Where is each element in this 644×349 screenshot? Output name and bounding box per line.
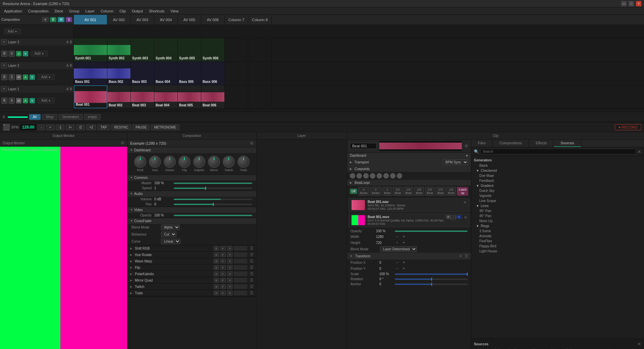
close-button[interactable]: ✕	[636, 1, 641, 6]
clip-transform-header[interactable]: ▼ Transform R ☰	[347, 253, 471, 259]
knob-flip[interactable]	[178, 156, 191, 168]
knob-distort[interactable]	[164, 156, 176, 168]
cue-dot-4[interactable]	[370, 173, 375, 179]
fx-twitch-b[interactable]: B	[214, 284, 219, 289]
clip-anchor-slider[interactable]	[395, 284, 468, 285]
synth-cell-008[interactable]	[248, 38, 272, 61]
fx-wave-warp-b[interactable]: B	[214, 259, 219, 263]
beat-cell-002[interactable]: Beat 002	[107, 85, 131, 108]
synth-cell-006[interactable]: Synth 006	[201, 38, 225, 61]
gen-line-scape[interactable]: Line Scape	[471, 198, 644, 203]
composition-m-btn[interactable]: M	[58, 17, 64, 22]
layer-tab-header[interactable]: Layer	[257, 132, 347, 139]
dashboard-header[interactable]: ▼ Dashboard	[127, 147, 256, 153]
menu-clip[interactable]: Clip	[117, 8, 128, 14]
bass-cell-003[interactable]: Bass 003	[131, 62, 154, 85]
beat-cell-007[interactable]	[225, 85, 248, 108]
cue-dot-2[interactable]	[357, 173, 362, 179]
clip-transform-menu[interactable]: ☰	[465, 254, 468, 258]
layer2-m-btn[interactable]: M	[16, 74, 21, 80]
common-header[interactable]: ▼ Common	[127, 175, 256, 181]
add-btn[interactable]: Add ▼	[4, 29, 21, 34]
sources-close-icon[interactable]: ✕	[637, 341, 641, 347]
fx-twitch-x[interactable]: ✕	[227, 284, 232, 289]
composition-s-btn[interactable]: S	[66, 17, 72, 22]
fx-mirror-quad[interactable]: ▶ Mirror Quad B P. ✕ ☰	[127, 277, 256, 284]
gen-checkered-header[interactable]: ▼ Checkered	[471, 168, 644, 173]
generators-label[interactable]: Generators	[471, 157, 644, 163]
fx-mirror-quad-b[interactable]: B	[214, 278, 219, 283]
fx-trails-x[interactable]: ✕	[227, 291, 232, 295]
pause-btn[interactable]: PAUSE	[132, 124, 150, 130]
beat-cell-004[interactable]: Beat 004	[154, 85, 178, 108]
fx-hue-rotate-b[interactable]: B	[214, 252, 219, 257]
col-header-av002[interactable]: AV 002	[107, 15, 131, 24]
gen-neon-up[interactable]: Neon Up	[471, 218, 644, 223]
audio-waveform-thumb[interactable]	[352, 200, 365, 210]
menu-group[interactable]: Group	[66, 8, 82, 14]
beat-btn-2[interactable]: 2 Beats	[370, 187, 381, 196]
beat-btn-quarter[interactable]: 1/4 Beat	[404, 187, 413, 196]
fx-flip-menu[interactable]: ☰	[250, 265, 254, 270]
synth-cell-007[interactable]	[225, 38, 248, 61]
composition-b-btn[interactable]: B	[50, 17, 56, 22]
layer3-a-btn[interactable]: A	[16, 51, 21, 56]
cue-dot-3[interactable]	[363, 173, 369, 179]
knob-trails[interactable]	[237, 156, 250, 168]
fx-hue-rotate[interactable]: ▶ Hue Rotate B P. ✕ ☰	[127, 252, 256, 258]
col-header-col8[interactable]: Column 8	[248, 15, 272, 24]
fx-trails-menu[interactable]: ☰	[250, 291, 254, 295]
clip-name-input[interactable]	[350, 143, 377, 149]
gen-rings-header[interactable]: ▼ Rings	[471, 223, 644, 229]
fx-shift-rgb[interactable]: ▶ Shift RGB B P. ✕ ☰	[127, 245, 256, 252]
beat-cell-006[interactable]: Beat 006	[201, 85, 225, 108]
beat-btn-sixth[interactable]: 1/6 Beat	[446, 187, 456, 196]
crossfader-header[interactable]: ▼ CrossFader	[127, 218, 256, 224]
beat-btn-4[interactable]: 4 Beats	[358, 187, 369, 196]
fx-flip[interactable]: ▶ Flip B P. ✕ ☰	[127, 264, 256, 271]
opacity-slider[interactable]	[174, 215, 252, 216]
clip-settings-icon[interactable]: ⚙	[465, 144, 468, 148]
clip-opacity-slider[interactable]	[395, 231, 468, 232]
layer3-add-btn[interactable]: Add ▼	[31, 51, 48, 56]
curve-select[interactable]: Linear	[161, 239, 180, 244]
clip-height-plus[interactable]: +	[401, 240, 406, 245]
fx-polar-kaleido-p[interactable]: P.	[220, 271, 226, 276]
beat-btn-off[interactable]: Off	[350, 189, 357, 194]
audio-header[interactable]: ▼ Audio	[127, 191, 256, 197]
audio-file-close[interactable]: ✕	[463, 200, 467, 205]
bass-cell-007[interactable]	[225, 62, 248, 85]
tab-sources[interactable]: Sources	[554, 140, 581, 147]
synth-cell-005[interactable]: Synth 005	[178, 38, 201, 61]
comp-settings-icon[interactable]: ⚙	[250, 141, 254, 146]
composition-x-btn[interactable]: ✕	[42, 17, 49, 22]
col-header-av006[interactable]: AV 006	[201, 15, 225, 24]
fx-wave-warp-p[interactable]: P.	[220, 259, 226, 263]
layer1-add-btn[interactable]: Add ▼	[38, 98, 55, 103]
fx-twitch-p[interactable]: P.	[220, 284, 226, 289]
fx-hue-rotate-menu[interactable]: ☰	[250, 252, 254, 257]
output-monitor-settings-icon[interactable]: ⚙	[121, 141, 124, 145]
fx-twitch[interactable]: ▶ Twitch B P. ✕ ☰	[127, 284, 256, 290]
fx-mirror-quad-x[interactable]: ✕	[227, 278, 232, 283]
knob-kaleido[interactable]	[193, 156, 205, 168]
clip-beatlooper-header[interactable]: ▶ BeatLoopr	[347, 180, 471, 186]
tab-effects[interactable]: Effects	[529, 140, 554, 147]
gen-gradient-header[interactable]: ▼ Gradient	[471, 183, 644, 188]
fx-polar-kaleido[interactable]: ▶ PolarKaleido B P. ✕ ☰	[127, 271, 256, 277]
bass-cell-004[interactable]: Bass 004	[154, 62, 178, 85]
synth-cell-004[interactable]: Synth 004	[154, 38, 178, 61]
tab-generators[interactable]: Generators	[59, 114, 83, 120]
synth-cell-002[interactable]: Synth 002	[107, 38, 131, 61]
resync-btn[interactable]: RESYNC	[111, 124, 131, 130]
bass-cell-006[interactable]: Bass 006	[201, 62, 225, 85]
fx-trails-b[interactable]: B	[214, 291, 219, 295]
menu-application[interactable]: Application	[1, 8, 25, 14]
master-slider[interactable]	[174, 183, 252, 184]
fx-flip-p[interactable]: P.	[220, 265, 226, 270]
video-file-close[interactable]: ✕	[464, 215, 467, 220]
layer1-s-btn[interactable]: S	[9, 98, 15, 104]
gen-45-pan-2[interactable]: 45° Pan	[471, 213, 644, 218]
beat-cell-008[interactable]	[248, 85, 272, 108]
clip-scale-slider[interactable]	[395, 273, 468, 275]
